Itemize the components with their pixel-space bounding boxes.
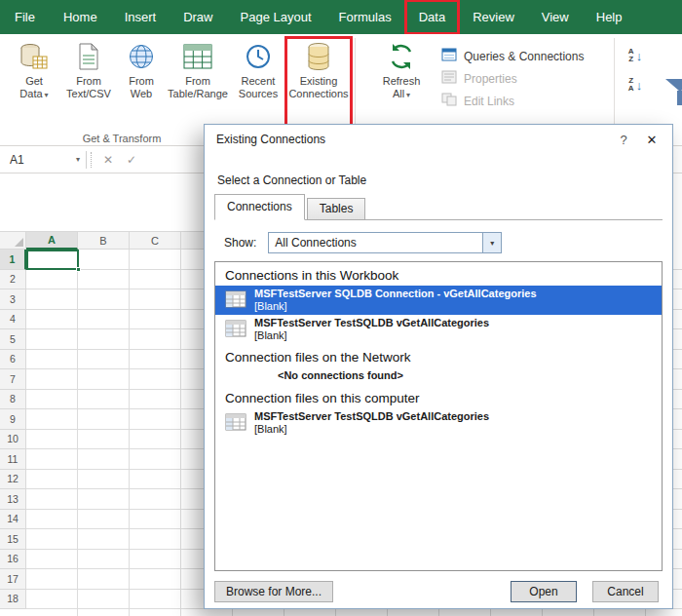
row-header-16[interactable]: 16: [0, 550, 26, 570]
connection-table-icon: [225, 413, 246, 434]
recent-sources-button[interactable]: Recent Sources: [230, 38, 286, 128]
row-header-2[interactable]: 2: [0, 270, 26, 290]
from-web-label: From Web: [117, 75, 166, 100]
tab-review[interactable]: Review: [459, 0, 528, 34]
column-header-a[interactable]: A: [26, 231, 78, 250]
dropdown-arrow-icon[interactable]: ▾: [482, 233, 501, 252]
row-header-12[interactable]: 12: [0, 470, 26, 490]
row-header-10[interactable]: 10: [0, 430, 26, 450]
tab-formulas[interactable]: Formulas: [325, 0, 405, 34]
tab-insert[interactable]: Insert: [111, 0, 170, 34]
sort-down-arrow-icon: ↓: [636, 50, 643, 62]
from-text-csv-button[interactable]: From Text/CSV: [60, 38, 117, 128]
list-group-header: Connection files on the Network: [215, 344, 662, 367]
connection-description: [Blank]: [254, 329, 489, 342]
dialog-tabs: Connections Tables: [214, 195, 663, 220]
tab-view[interactable]: View: [528, 0, 583, 34]
row-header-17[interactable]: 17: [0, 569, 26, 590]
properties-label: Properties: [464, 72, 517, 86]
tab-connections[interactable]: Connections: [214, 194, 305, 220]
connection-item-selected[interactable]: MSFTestServer SQLDB Connection - vGetAll…: [215, 286, 662, 315]
confirm-entry-icon[interactable]: ✓: [120, 153, 143, 167]
tab-file[interactable]: File: [0, 0, 50, 34]
cancel-entry-icon[interactable]: ✕: [96, 153, 120, 167]
properties-button[interactable]: Properties: [441, 70, 604, 87]
column-header-c[interactable]: C: [130, 231, 181, 250]
edit-links-label: Edit Links: [464, 95, 514, 108]
sort-descending-button[interactable]: ZA ↓: [628, 77, 642, 93]
tab-data[interactable]: Data: [405, 0, 459, 34]
sort-ascending-button[interactable]: AZ ↓: [628, 48, 642, 63]
tab-home[interactable]: Home: [50, 0, 111, 34]
show-connections-dropdown[interactable]: All Connections ▾: [268, 232, 502, 253]
row-header-14[interactable]: 14: [0, 510, 26, 530]
queries-and-connections-button[interactable]: Queries & Connections: [441, 48, 604, 64]
from-table-range-button[interactable]: From Table/Range: [166, 38, 230, 128]
dialog-subtitle: Select a Connection or Table: [217, 173, 366, 187]
existing-connections-dialog: Existing Connections ? ✕ Select a Connec…: [204, 124, 673, 609]
dialog-close-icon[interactable]: ✕: [637, 133, 666, 147]
row-header-9[interactable]: 9: [0, 409, 26, 430]
tab-page-layout[interactable]: Page Layout: [227, 0, 325, 34]
from-table-range-label: From Table/Range: [166, 75, 230, 100]
row-header-18[interactable]: 18: [0, 590, 26, 610]
existing-connections-label: Existing Connections: [286, 75, 351, 100]
select-all-corner[interactable]: [0, 231, 26, 250]
name-box-dropdown-icon[interactable]: ▾: [76, 155, 80, 164]
connection-item[interactable]: MSFTestServer TestSQLDB vGetAllCategorie…: [215, 315, 662, 344]
tab-tables[interactable]: Tables: [307, 198, 366, 219]
dialog-title-bar[interactable]: Existing Connections ? ✕: [205, 125, 672, 154]
dropdown-caret-icon: ▾: [406, 91, 410, 99]
connection-description: [Blank]: [254, 423, 489, 436]
show-dropdown-value: All Connections: [269, 233, 482, 252]
row-header-6[interactable]: 6: [0, 350, 26, 370]
browse-for-more-button[interactable]: Browse for More...: [214, 581, 333, 602]
row-header-8[interactable]: 8: [0, 390, 26, 410]
get-data-button[interactable]: Get Data▾: [8, 38, 60, 128]
dialog-help-icon[interactable]: ?: [610, 133, 637, 147]
list-group-header: Connections in this Workbook: [215, 262, 662, 286]
table-icon: [183, 41, 212, 72]
edit-links-icon: [441, 93, 457, 109]
cancel-button[interactable]: Cancel: [592, 581, 659, 602]
refresh-all-label: Refresh All▾: [373, 75, 430, 101]
dropdown-caret-icon: ▾: [45, 91, 49, 99]
connection-name: MSFTestServer TestSQLDB vGetAllCategorie…: [254, 410, 489, 423]
row-header-1[interactable]: 1: [0, 250, 26, 270]
edit-links-button[interactable]: Edit Links: [441, 93, 604, 109]
show-label: Show:: [224, 236, 256, 250]
row-header-5[interactable]: 5: [0, 329, 26, 350]
queries-connections-group: Queries & Connections Properties Edit Li…: [430, 38, 610, 109]
queries-and-connections-label: Queries & Connections: [464, 50, 584, 63]
refresh-all-button[interactable]: Refresh All▾: [373, 38, 430, 128]
refresh-icon: [388, 41, 415, 72]
row-header-7[interactable]: 7: [0, 369, 26, 390]
from-text-csv-label: From Text/CSV: [60, 75, 117, 100]
sort-group: AZ ↓ ZA ↓: [619, 38, 652, 93]
queries-pane-icon: [441, 48, 457, 64]
properties-icon: [441, 70, 457, 87]
tab-draw[interactable]: Draw: [170, 0, 226, 34]
recent-sources-label: Recent Sources: [230, 75, 286, 100]
tab-help[interactable]: Help: [583, 0, 636, 34]
row-header-3[interactable]: 3: [0, 289, 26, 310]
column-header-b[interactable]: B: [78, 231, 130, 250]
select-all-triangle-icon: [15, 238, 23, 247]
ribbon-group-label: Get & Transform: [39, 133, 205, 144]
open-button[interactable]: Open: [511, 581, 577, 602]
name-box[interactable]: A1 ▾: [0, 146, 86, 173]
connections-list: Connections in this Workbook MSFTestServ…: [214, 261, 663, 571]
row-header-11[interactable]: 11: [0, 449, 26, 470]
from-web-button[interactable]: From Web: [117, 38, 166, 128]
show-filter-row: Show: All Connections ▾: [224, 232, 502, 253]
row-header-4[interactable]: 4: [0, 310, 26, 330]
fill-handle[interactable]: [76, 267, 81, 272]
column-header-partial[interactable]: [181, 231, 205, 250]
connection-item[interactable]: MSFTestServer TestSQLDB vGetAllCategorie…: [215, 408, 662, 438]
connection-name: MSFTestServer TestSQLDB vGetAllCategorie…: [254, 317, 489, 329]
get-data-label: Get Data▾: [14, 75, 55, 101]
row-header-15[interactable]: 15: [0, 529, 26, 550]
row-header-13[interactable]: 13: [0, 489, 26, 510]
name-box-value: A1: [10, 153, 24, 167]
existing-connections-button[interactable]: Existing Connections: [286, 38, 351, 128]
